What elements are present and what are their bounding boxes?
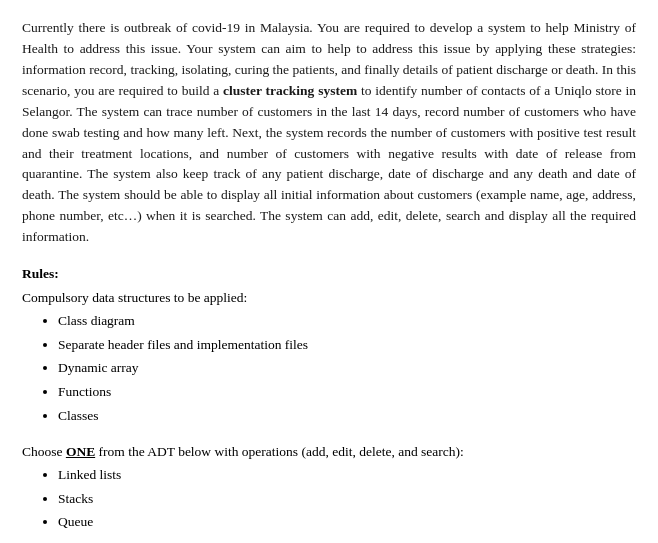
compulsory-label: Compulsory data structures to be applied… — [22, 290, 636, 306]
list-item: Functions — [58, 381, 636, 403]
list-item: Linked lists — [58, 464, 636, 486]
rules-title: Rules: — [22, 266, 636, 282]
adt-one: ONE — [66, 444, 95, 459]
adt-label: Choose ONE from the ADT below with opera… — [22, 444, 636, 460]
after-bold-text: to identify number of contacts of a Uniq… — [22, 83, 636, 244]
list-item: Queue — [58, 511, 636, 533]
main-paragraph: Currently there is outbreak of covid-19 … — [22, 18, 636, 248]
list-item: Dynamic array — [58, 357, 636, 379]
list-item: Class diagram — [58, 310, 636, 332]
list-item: Separate header files and implementation… — [58, 334, 636, 356]
adt-suffix: from the ADT below with operations (add,… — [95, 444, 464, 459]
list-item: Stacks — [58, 488, 636, 510]
adt-section: Choose ONE from the ADT below with opera… — [22, 444, 636, 533]
rules-section: Rules: Compulsory data structures to be … — [22, 266, 636, 426]
bold-phrase: cluster tracking system — [223, 83, 357, 98]
adt-prefix: Choose — [22, 444, 66, 459]
adt-list: Linked lists Stacks Queue — [22, 464, 636, 533]
list-item: Classes — [58, 405, 636, 427]
rules-list: Class diagram Separate header files and … — [22, 310, 636, 426]
